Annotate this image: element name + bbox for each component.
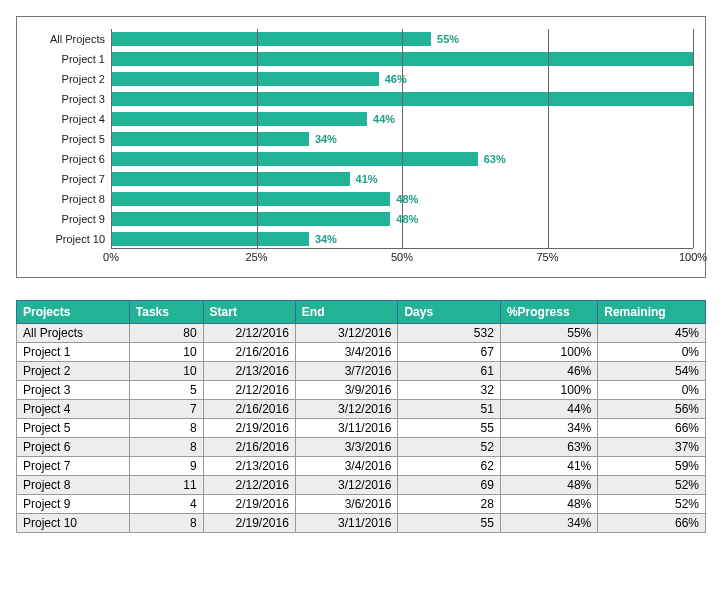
table-cell: 28 xyxy=(398,495,501,514)
table-cell: 2/19/2016 xyxy=(203,419,295,438)
table-cell: 51 xyxy=(398,400,501,419)
table-cell: 3/12/2016 xyxy=(295,476,398,495)
table-cell: 11 xyxy=(129,476,203,495)
table-cell: 56% xyxy=(598,400,706,419)
bar-value-label: 34% xyxy=(315,233,337,245)
y-axis-label: Project 8 xyxy=(29,189,111,209)
table-cell: 2/16/2016 xyxy=(203,400,295,419)
bar xyxy=(111,132,309,146)
table-cell: 3/9/2016 xyxy=(295,381,398,400)
table-row: Project 352/12/20163/9/201632100%0% xyxy=(17,381,706,400)
y-axis-label: Project 10 xyxy=(29,229,111,249)
table-cell: 48% xyxy=(500,495,597,514)
bar xyxy=(111,32,431,46)
table-cell: 8 xyxy=(129,419,203,438)
table-cell: 69 xyxy=(398,476,501,495)
table-header: Projects xyxy=(17,301,130,324)
y-axis-label: Project 2 xyxy=(29,69,111,89)
table-cell: 2/16/2016 xyxy=(203,343,295,362)
table-cell: 4 xyxy=(129,495,203,514)
table-cell: 52 xyxy=(398,438,501,457)
table-header: Start xyxy=(203,301,295,324)
table-cell: Project 9 xyxy=(17,495,130,514)
bar xyxy=(111,172,350,186)
table-cell: Project 7 xyxy=(17,457,130,476)
bar-value-label: 48% xyxy=(396,193,418,205)
table-cell: 3/4/2016 xyxy=(295,457,398,476)
projects-table-wrap: ProjectsTasksStartEndDays%ProgressRemain… xyxy=(16,300,706,533)
bar-value-label: 48% xyxy=(396,213,418,225)
bar xyxy=(111,192,390,206)
table-cell: 48% xyxy=(500,476,597,495)
table-cell: 52% xyxy=(598,495,706,514)
bar-value-label: 34% xyxy=(315,133,337,145)
bar-value-label: 46% xyxy=(385,73,407,85)
table-cell: 54% xyxy=(598,362,706,381)
table-cell: Project 2 xyxy=(17,362,130,381)
table-cell: 67 xyxy=(398,343,501,362)
table-cell: 532 xyxy=(398,324,501,343)
table-cell: 55 xyxy=(398,514,501,533)
table-cell: 32 xyxy=(398,381,501,400)
table-cell: 2/12/2016 xyxy=(203,324,295,343)
gridline xyxy=(257,29,258,248)
table-cell: Project 5 xyxy=(17,419,130,438)
table-cell: 3/11/2016 xyxy=(295,514,398,533)
y-axis-label: Project 9 xyxy=(29,209,111,229)
x-axis-tick-label: 25% xyxy=(245,251,267,263)
table-cell: 10 xyxy=(129,343,203,362)
table-row: All Projects802/12/20163/12/201653255%45… xyxy=(17,324,706,343)
table-cell: 52% xyxy=(598,476,706,495)
table-cell: 2/19/2016 xyxy=(203,495,295,514)
table-header: End xyxy=(295,301,398,324)
table-cell: Project 10 xyxy=(17,514,130,533)
table-row: Project 2102/13/20163/7/20166146%54% xyxy=(17,362,706,381)
bar xyxy=(111,112,367,126)
table-row: Project 8112/12/20163/12/20166948%52% xyxy=(17,476,706,495)
y-axis-label: Project 4 xyxy=(29,109,111,129)
table-cell: 7 xyxy=(129,400,203,419)
y-axis-label: Project 3 xyxy=(29,89,111,109)
table-row: Project 792/13/20163/4/20166241%59% xyxy=(17,457,706,476)
bar xyxy=(111,212,390,226)
y-axis-label: Project 7 xyxy=(29,169,111,189)
table-cell: 61 xyxy=(398,362,501,381)
table-cell: 3/12/2016 xyxy=(295,324,398,343)
table-cell: Project 3 xyxy=(17,381,130,400)
table-cell: 55 xyxy=(398,419,501,438)
bar xyxy=(111,232,309,246)
table-cell: 80 xyxy=(129,324,203,343)
table-row: Project 472/16/20163/12/20165144%56% xyxy=(17,400,706,419)
table-cell: 3/7/2016 xyxy=(295,362,398,381)
x-axis-tick-label: 100% xyxy=(679,251,707,263)
table-cell: 46% xyxy=(500,362,597,381)
table-header: Tasks xyxy=(129,301,203,324)
bar-value-label: 63% xyxy=(484,153,506,165)
table-cell: All Projects xyxy=(17,324,130,343)
table-cell: 3/12/2016 xyxy=(295,400,398,419)
table-cell: 0% xyxy=(598,343,706,362)
table-cell: 2/12/2016 xyxy=(203,381,295,400)
table-cell: 2/13/2016 xyxy=(203,362,295,381)
gridline xyxy=(111,29,112,248)
bar-value-label: 44% xyxy=(373,113,395,125)
y-axis-label: Project 6 xyxy=(29,149,111,169)
projects-table: ProjectsTasksStartEndDays%ProgressRemain… xyxy=(16,300,706,533)
progress-bar-chart: All ProjectsProject 1Project 2Project 3P… xyxy=(16,16,706,278)
table-cell: 8 xyxy=(129,438,203,457)
table-cell: 2/16/2016 xyxy=(203,438,295,457)
table-cell: 62 xyxy=(398,457,501,476)
table-cell: 37% xyxy=(598,438,706,457)
bar-value-label: 41% xyxy=(356,173,378,185)
bar-value-label: 55% xyxy=(437,33,459,45)
table-row: Project 1082/19/20163/11/20165534%66% xyxy=(17,514,706,533)
table-row: Project 682/16/20163/3/20165263%37% xyxy=(17,438,706,457)
y-axis-label: All Projects xyxy=(29,29,111,49)
table-cell: 8 xyxy=(129,514,203,533)
table-row: Project 942/19/20163/6/20162848%52% xyxy=(17,495,706,514)
bar xyxy=(111,72,379,86)
gridline xyxy=(548,29,549,248)
table-cell: 59% xyxy=(598,457,706,476)
table-cell: Project 1 xyxy=(17,343,130,362)
table-cell: 100% xyxy=(500,381,597,400)
